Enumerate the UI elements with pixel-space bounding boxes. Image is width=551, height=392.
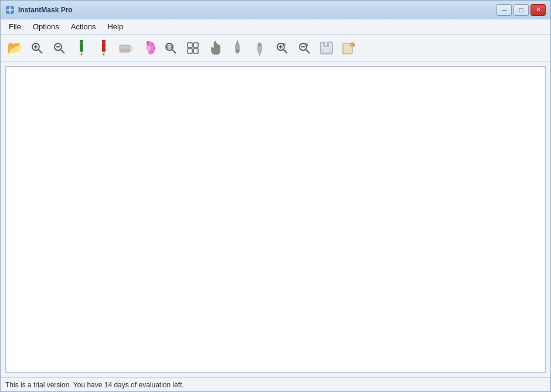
grid-icon xyxy=(186,42,199,54)
svg-point-30 xyxy=(146,46,151,50)
eraser-icon xyxy=(118,42,134,54)
eraser-button[interactable] xyxy=(115,38,137,59)
window-title: InstantMask Pro xyxy=(18,6,73,14)
menu-file[interactable]: File xyxy=(3,21,27,33)
window-controls: ─ □ ✕ xyxy=(496,4,546,16)
svg-rect-19 xyxy=(120,49,130,52)
svg-line-45 xyxy=(284,50,287,53)
svg-rect-55 xyxy=(324,49,329,52)
zoom-out-region-icon: B xyxy=(298,42,311,54)
svg-line-9 xyxy=(61,50,64,53)
canvas-container xyxy=(1,62,550,377)
svg-marker-13 xyxy=(81,54,83,56)
svg-rect-10 xyxy=(80,40,83,52)
svg-rect-36 xyxy=(188,49,192,53)
pencil-green-icon xyxy=(75,40,88,56)
flower-button[interactable] xyxy=(138,38,159,59)
svg-rect-14 xyxy=(102,40,106,52)
svg-rect-34 xyxy=(188,43,192,47)
close-button[interactable]: ✕ xyxy=(530,4,546,16)
menu-options[interactable]: Options xyxy=(27,21,65,33)
menu-bar: File Options Actions Help xyxy=(1,19,550,35)
zoom-in-region-icon: B xyxy=(276,42,288,54)
open-button[interactable]: 📂 xyxy=(4,38,25,59)
svg-point-41 xyxy=(259,43,261,46)
zoom-out-icon xyxy=(53,42,66,54)
svg-line-32 xyxy=(172,50,176,53)
svg-rect-53 xyxy=(325,42,326,46)
zoom-in-button[interactable] xyxy=(26,38,47,59)
minimize-button[interactable]: ─ xyxy=(496,4,512,16)
zoom-fit-button[interactable] xyxy=(160,38,181,59)
save-button[interactable] xyxy=(316,38,337,59)
maximize-button[interactable]: □ xyxy=(513,4,529,16)
menu-actions[interactable]: Actions xyxy=(65,21,102,33)
dropper-down-button[interactable] xyxy=(249,38,270,59)
export-icon xyxy=(342,41,356,55)
svg-rect-37 xyxy=(193,49,198,53)
toolbar: 📂 xyxy=(1,35,550,62)
svg-rect-11 xyxy=(80,42,83,43)
svg-line-6 xyxy=(39,50,42,53)
dropper-up-button[interactable] xyxy=(227,38,248,59)
svg-text:B: B xyxy=(305,43,308,46)
title-bar-left: InstantMask Pro xyxy=(5,5,73,15)
status-bar: This is a trial version. You have 14 day… xyxy=(1,377,550,391)
svg-line-49 xyxy=(306,50,309,53)
dropper-up-icon xyxy=(231,40,244,56)
export-button[interactable] xyxy=(338,38,359,59)
flower-icon xyxy=(141,40,156,56)
pencil-red-icon xyxy=(97,40,110,56)
pencil-red-button[interactable] xyxy=(93,38,114,59)
grid-button[interactable] xyxy=(182,38,203,59)
menu-help[interactable]: Help xyxy=(101,21,129,33)
folder-icon: 📂 xyxy=(7,40,23,56)
dropper-down-icon xyxy=(253,40,266,56)
pan-button[interactable] xyxy=(205,38,226,59)
pencil-green-button[interactable] xyxy=(71,38,92,59)
main-window: InstantMask Pro ─ □ ✕ File Options Actio… xyxy=(0,0,551,392)
zoom-fit-icon xyxy=(164,42,177,54)
hand-icon xyxy=(209,40,222,56)
svg-rect-15 xyxy=(102,42,106,43)
svg-rect-20 xyxy=(130,46,132,51)
save-icon xyxy=(319,41,334,55)
svg-marker-60 xyxy=(351,42,354,43)
svg-rect-35 xyxy=(193,43,198,47)
zoom-out-region-button[interactable]: B xyxy=(294,38,315,59)
zoom-out-button[interactable] xyxy=(49,38,70,59)
svg-text:B: B xyxy=(283,43,286,46)
title-bar: InstantMask Pro ─ □ ✕ xyxy=(1,1,550,19)
status-text: This is a trial version. You have 14 day… xyxy=(5,381,184,389)
app-icon xyxy=(5,5,15,15)
zoom-in-region-button[interactable]: B xyxy=(271,38,292,59)
svg-point-39 xyxy=(236,49,239,52)
svg-rect-33 xyxy=(167,46,172,48)
canvas-area[interactable] xyxy=(5,66,546,373)
zoom-in-icon xyxy=(30,42,43,54)
svg-marker-17 xyxy=(103,54,105,56)
